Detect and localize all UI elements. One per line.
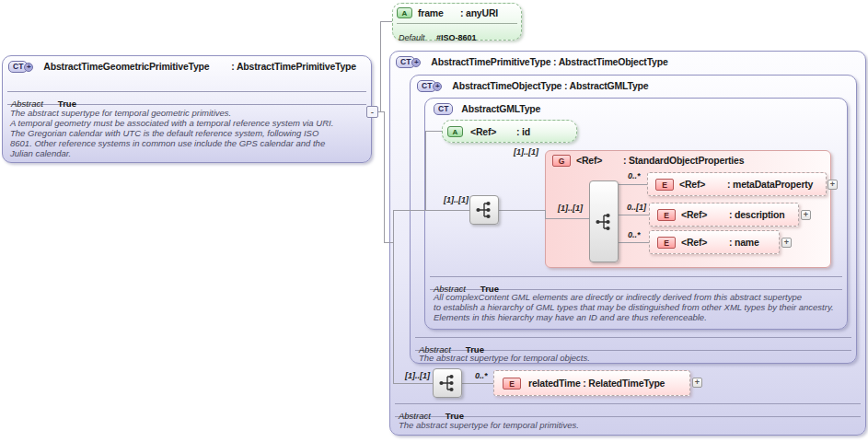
cardinality-label: [1]..[1] bbox=[405, 371, 430, 380]
cardinality-label: 0..* bbox=[628, 230, 641, 239]
abstract-row: AbstractTrue bbox=[395, 403, 861, 417]
expand-icon[interactable]: + bbox=[801, 210, 811, 220]
cardinality-label: 0..[1] bbox=[627, 203, 646, 212]
type-documentation: The abstract supertype for temporal prim… bbox=[399, 420, 858, 430]
type-documentation: The abstract supertype for temporal geom… bbox=[10, 108, 365, 158]
sequence-icon bbox=[437, 373, 457, 393]
type-title: AbstractTimeObjectType : AbstractGMLType bbox=[452, 80, 648, 91]
sequence-compositor[interactable] bbox=[433, 368, 462, 398]
type-name: AbstractTimeGeometricPrimitiveType bbox=[43, 61, 231, 72]
group-ref-label: <Ref> bbox=[576, 155, 618, 166]
group-type-label: : StandardObjectProperties bbox=[623, 155, 744, 166]
complex-type-icon: CT+ bbox=[417, 80, 436, 92]
type-documentation: The abstract supertype for temporal obje… bbox=[419, 353, 849, 363]
cardinality-label: [1]..[1] bbox=[514, 147, 538, 157]
schema-diagram: CT+ AbstractTimePrimitiveType : Abstract… bbox=[0, 0, 868, 442]
element-box-metadata-property[interactable]: E <Ref> : metaDataProperty bbox=[647, 172, 827, 196]
cardinality-label: 0..* bbox=[475, 371, 488, 380]
expand-icon[interactable]: + bbox=[692, 378, 702, 388]
attribute-box-id[interactable]: A <Ref> : id bbox=[442, 120, 577, 143]
complex-type-icon: CT+ bbox=[396, 56, 415, 68]
derived-plus-icon: + bbox=[411, 58, 421, 67]
expand-icon[interactable]: + bbox=[827, 180, 838, 190]
element-box-name[interactable]: E <Ref> : name bbox=[649, 230, 780, 254]
complex-type-icon: CT bbox=[434, 103, 453, 115]
sequence-compositor[interactable] bbox=[589, 180, 619, 262]
element-ref-label: <Ref> bbox=[681, 237, 723, 248]
element-type-label: : metaDataProperty bbox=[727, 179, 813, 190]
element-box-related-time[interactable]: E relatedTime : RelatedTimeType bbox=[493, 370, 690, 396]
element-ref-label: <Ref> bbox=[681, 209, 723, 220]
attribute-name: frame bbox=[418, 7, 455, 18]
attribute-icon: A bbox=[447, 126, 463, 137]
default-label: Default bbox=[399, 33, 425, 42]
default-value: #ISO-8601 bbox=[436, 33, 477, 42]
type-documentation: All complexContent GML elements are dire… bbox=[434, 292, 839, 322]
sequence-compositor[interactable] bbox=[469, 195, 499, 225]
element-type-label: : name bbox=[729, 237, 759, 248]
element-box-description[interactable]: E <Ref> : description bbox=[649, 203, 799, 227]
derived-plus-icon: + bbox=[433, 82, 442, 91]
abstract-row: AbstractTrue bbox=[7, 91, 366, 105]
element-icon: E bbox=[655, 179, 674, 191]
sequence-icon bbox=[594, 212, 614, 232]
expand-icon[interactable]: + bbox=[781, 238, 792, 248]
abstract-row: AbstractTrue bbox=[415, 337, 851, 351]
collapse-toggle-icon[interactable]: - bbox=[366, 106, 378, 118]
type-box-abstract-time-geometric-primitive[interactable]: CT+ AbstractTimeGeometricPrimitiveType :… bbox=[2, 55, 372, 163]
complex-type-icon: CT+ bbox=[8, 61, 28, 73]
abstract-row: AbstractTrue bbox=[430, 276, 842, 290]
divider bbox=[397, 23, 517, 24]
attribute-icon: A bbox=[397, 7, 412, 18]
sequence-icon bbox=[474, 200, 494, 220]
element-type-label: : description bbox=[729, 209, 784, 220]
attribute-box-frame[interactable]: A frame : anyURI Default #ISO-8601 bbox=[392, 3, 522, 41]
element-icon: E bbox=[657, 209, 676, 221]
base-type-name: : AbstractTimePrimitiveType bbox=[231, 61, 356, 72]
element-icon: E bbox=[503, 378, 521, 390]
group-icon: G bbox=[552, 155, 571, 167]
attribute-name: <Ref> bbox=[470, 126, 509, 137]
type-title: AbstractGMLType bbox=[461, 103, 540, 114]
cardinality-label: 0..* bbox=[628, 171, 641, 180]
element-icon: E bbox=[657, 237, 676, 249]
cardinality-label: [1]..[1] bbox=[558, 204, 583, 213]
cardinality-label: [1]..[1] bbox=[444, 195, 469, 204]
attribute-type: : id bbox=[516, 126, 530, 137]
derived-plus-icon: + bbox=[24, 63, 33, 72]
attribute-type: : anyURI bbox=[460, 7, 498, 18]
type-title: AbstractTimePrimitiveType : AbstractTime… bbox=[431, 56, 667, 67]
element-label: relatedTime : RelatedTimeType bbox=[528, 378, 665, 389]
element-ref-label: <Ref> bbox=[679, 179, 722, 190]
